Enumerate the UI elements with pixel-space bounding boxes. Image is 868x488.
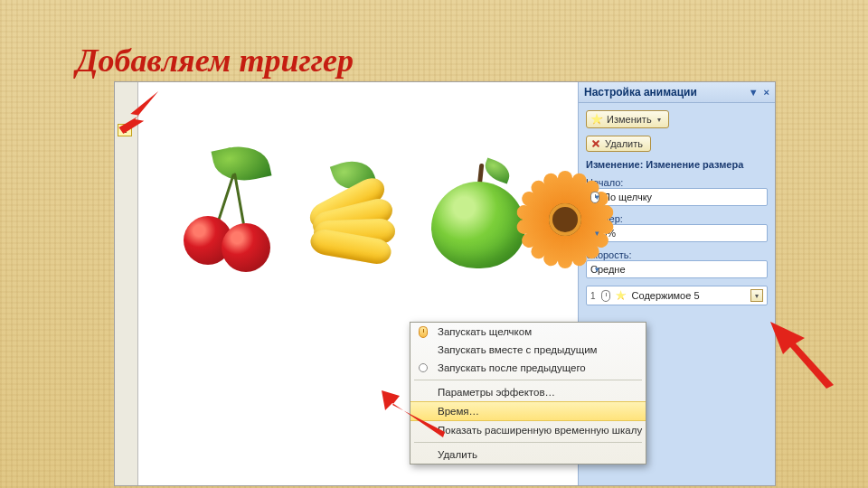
- pane-menu-icon[interactable]: ▼: [749, 87, 759, 98]
- change-button-label: Изменить: [607, 114, 652, 125]
- menu-delete[interactable]: Удалить: [410, 446, 646, 464]
- pane-close-icon[interactable]: ×: [764, 87, 769, 98]
- menu-start-on-click[interactable]: Запускать щелчком: [410, 323, 646, 341]
- animation-list-item[interactable]: 1 Содержимое 5 ▾: [586, 286, 768, 305]
- mouse-click-icon: [419, 326, 428, 338]
- star-icon: [590, 113, 603, 126]
- image-bananas[interactable]: [292, 160, 410, 268]
- remove-effect-button[interactable]: Удалить: [586, 136, 651, 152]
- callout-arrow: [765, 316, 837, 389]
- menu-show-timeline[interactable]: Показать расширенную временную шкалу: [410, 421, 646, 439]
- change-effect-button[interactable]: Изменить ▾: [586, 110, 669, 128]
- ruler-gutter: 1: [115, 82, 138, 485]
- remove-button-label: Удалить: [605, 138, 643, 149]
- pane-title-bar: Настройка анимации ▼ ×: [579, 82, 775, 103]
- item-dropdown-button[interactable]: ▾: [750, 289, 763, 302]
- menu-start-with-previous[interactable]: Запускать вместе с предыдущим: [410, 341, 646, 359]
- menu-label: Запускать вместе с предыдущим: [438, 344, 598, 355]
- image-cherries[interactable]: [175, 145, 274, 272]
- x-icon: [590, 138, 601, 149]
- image-flower[interactable]: [511, 165, 619, 274]
- menu-label: Параметры эффектов…: [438, 387, 555, 398]
- menu-label: Удалить: [438, 449, 477, 460]
- menu-start-after-previous[interactable]: Запускать после предыдущего: [410, 359, 646, 377]
- context-menu: Запускать щелчком Запускать вместе с пре…: [410, 322, 646, 465]
- pane-title: Настройка анимации: [584, 86, 697, 99]
- menu-label: Запускать щелчком: [438, 326, 532, 337]
- item-index: 1: [590, 291, 596, 301]
- menu-label: Время…: [438, 406, 479, 417]
- menu-label: Показать расширенную временную шкалу: [438, 425, 642, 436]
- menu-label: Запускать после предыдущего: [438, 362, 586, 373]
- mouse-icon: [601, 290, 610, 302]
- star-icon: [616, 290, 627, 301]
- page-title: Добавляем триггер: [76, 42, 354, 80]
- menu-effect-options[interactable]: Параметры эффектов…: [410, 383, 646, 401]
- mouse-icon: [590, 192, 599, 203]
- chevron-down-icon: ▾: [657, 116, 661, 124]
- item-name: Содержимое 5: [632, 290, 700, 301]
- menu-timing[interactable]: Время…: [410, 401, 646, 421]
- animation-order-flag: 1: [118, 124, 132, 136]
- menu-separator: [414, 442, 642, 443]
- menu-separator: [414, 380, 642, 380]
- clock-icon: [419, 363, 428, 372]
- svg-marker-2: [770, 322, 834, 389]
